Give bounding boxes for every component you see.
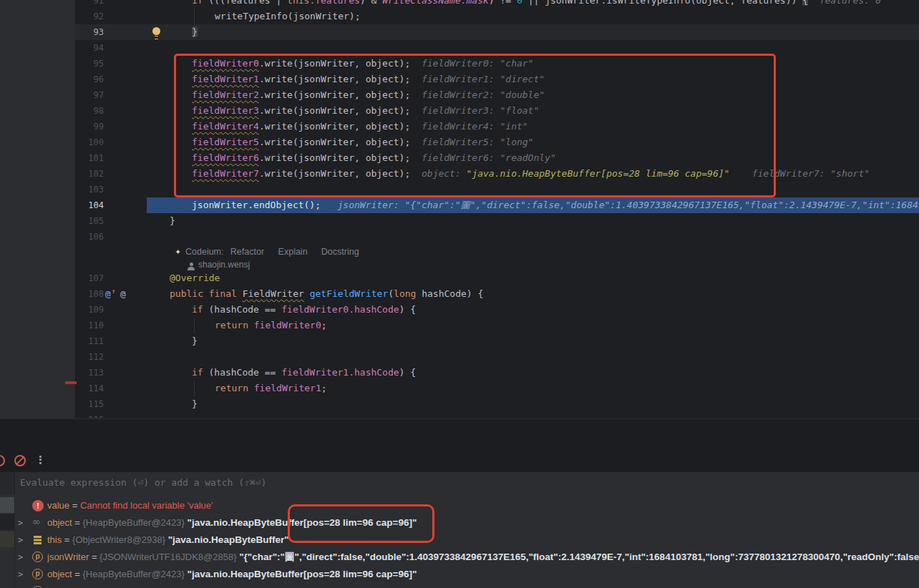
line-number: 110	[75, 318, 104, 333]
code-text: fieldWriter6.write(jsonWriter, object); …	[192, 150, 556, 166]
field-icon	[32, 534, 44, 546]
code-token: }	[170, 215, 175, 226]
line-number: 116	[75, 412, 104, 418]
variable-row-object[interactable]: object = {HeapByteBuffer@2423} "java.nio…	[0, 566, 919, 583]
expand-chevron-icon[interactable]	[18, 549, 23, 566]
line-number: 93	[75, 24, 104, 40]
expand-chevron-icon[interactable]	[18, 583, 23, 588]
evaluate-expression-row	[0, 471, 919, 495]
codeium-action-docstring[interactable]: Docstring	[321, 245, 359, 259]
code-token: writeTypeInfo(jsonWriter);	[215, 11, 361, 21]
variable-row-value[interactable]: value = Cannot find local variable 'valu…	[0, 497, 919, 514]
code-token: .features	[309, 0, 359, 6]
annotation-dash	[65, 381, 77, 384]
expand-chevron-icon[interactable]	[18, 531, 23, 549]
code-token: .write(jsonWriter, object);	[259, 105, 410, 116]
variable-name: object	[47, 517, 72, 528]
code-editor[interactable]: 91if (((features | this.features) & Writ…	[0, 0, 919, 418]
code-text: fieldWriter3.write(jsonWriter, object); …	[192, 103, 539, 119]
line-number: 100	[75, 134, 104, 150]
code-token: fieldWriter4	[192, 121, 259, 132]
variable-value: "java.nio.HeapByteBuffer[pos=28 lim=96 c…	[187, 517, 417, 528]
line-number: 91	[75, 0, 104, 9]
code-text: if (hashCode == fieldWriter0.hashCode) {	[192, 302, 416, 318]
param-icon	[32, 552, 43, 562]
inline-debugger-hint: fieldWriter1: "direct"	[410, 74, 545, 84]
variable-ref: {HeapByteBuffer@2423}	[83, 517, 188, 528]
line-number: 111	[75, 333, 104, 349]
variables-tree: value = Cannot find local variable 'valu…	[0, 494, 919, 588]
code-token: .write(jsonWriter, object);	[259, 137, 410, 147]
line-number: 101	[75, 150, 104, 166]
code-text: }	[192, 396, 198, 412]
code-line-96: 96fieldWriter1.write(jsonWriter, object)…	[75, 72, 919, 87]
code-line-99: 99fieldWriter4.write(jsonWriter, object)…	[75, 119, 919, 134]
line-number: 103	[75, 182, 104, 197]
code-text: fieldWriter5.write(jsonWriter, object); …	[192, 134, 533, 150]
code-line-92: 92writeTypeInfo(jsonWriter);	[75, 9, 919, 24]
line-number: 106	[75, 229, 104, 245]
ide-window: { "editor": { "start_y": -10, "codeium":…	[0, 0, 919, 588]
line-number: 99	[75, 119, 104, 134]
variable-value: "java.nio.HeapByteBuffer[pos=28 lim=96 c…	[187, 569, 417, 579]
code-text: }	[170, 213, 175, 229]
code-token: fieldWriter2	[192, 89, 259, 100]
codeium-action-refactor[interactable]: Refactor	[230, 245, 264, 259]
intention-bulb-icon[interactable]	[152, 27, 162, 38]
code-line-106: 106	[75, 229, 919, 245]
more-options-icon[interactable]	[35, 454, 46, 466]
equals-sign: =	[89, 552, 99, 562]
variable-name: object	[47, 569, 72, 579]
code-token: ) !=	[489, 0, 517, 6]
line-number: 112	[75, 349, 104, 365]
code-text: writeTypeInfo(jsonWriter);	[215, 9, 361, 24]
variable-row-this[interactable]: this = {ObjectWriter8@2938} "java.nio.He…	[0, 531, 919, 549]
code-token: .write(jsonWriter, object);	[259, 168, 410, 179]
line-number: 95	[75, 56, 104, 72]
evaluate-expression-input[interactable]	[16, 472, 915, 493]
inline-debugger-hint: jsonWriter: "{"char":"圖","direct":false,…	[321, 200, 919, 210]
breakpoint-icon[interactable]	[0, 455, 5, 466]
code-text: if (((features | this.features) & WriteC…	[192, 0, 881, 9]
code-token: long	[394, 288, 416, 299]
code-token: }	[192, 398, 198, 409]
author-lens-row: shaojin.wensj	[75, 259, 919, 270]
line-number: 108	[75, 286, 104, 302]
line-number: 114	[75, 381, 104, 396]
expand-chevron-icon[interactable]	[18, 566, 23, 583]
variable-name: jsonWriter	[47, 552, 89, 562]
codeium-action-explain[interactable]: Explain	[278, 245, 308, 259]
inline-debugger-hint: fieldWriter0: "char"	[410, 58, 533, 69]
code-token: (hashCode ==	[208, 304, 281, 315]
mute-breakpoints-icon[interactable]	[14, 455, 26, 466]
overriding-method-icon[interactable]	[105, 286, 111, 302]
code-token: .write(jsonWriter, object);	[259, 121, 410, 132]
indent-guide	[194, 381, 195, 396]
author-name[interactable]: shaojin.wensj	[198, 259, 250, 270]
line-number: 113	[75, 365, 104, 381]
code-line-116: 116	[75, 412, 919, 418]
code-line-114: 114return fieldWriter1;	[75, 381, 919, 396]
variable-row-jsonWriter[interactable]: jsonWriter = {JSONWriterUTF16JDK8@2858} …	[0, 549, 919, 566]
code-token: fieldWriter1	[254, 383, 321, 393]
code-token: WriteClassName.mask	[382, 0, 489, 6]
code-token: this	[287, 0, 309, 6]
code-token: if	[192, 0, 208, 6]
code-token	[304, 288, 310, 299]
code-token: }	[192, 26, 198, 37]
code-token: ) &	[360, 0, 382, 6]
code-token: return	[215, 320, 254, 330]
variable-ref: {JSONWriterUTF16JDK8@2858}	[99, 552, 239, 562]
line-number: 96	[75, 72, 104, 87]
expand-chevron-icon[interactable]	[18, 514, 23, 531]
variable-row-object[interactable]: object = {HeapByteBuffer@2423} "java.nio…	[0, 514, 919, 531]
variable-row-fieldWriter[interactable]: fieldWriter	[0, 583, 919, 588]
variable-text: object = {HeapByteBuffer@2423} "java.nio…	[47, 514, 919, 531]
code-line-91: 91if (((features | this.features) & Writ…	[75, 0, 919, 9]
code-token: (	[388, 288, 394, 299]
debug-panel: value = Cannot find local variable 'valu…	[0, 418, 919, 588]
evaluate-row-rail	[0, 472, 15, 494]
variable-text: this = {ObjectWriter8@2938} "java.nio.He…	[47, 531, 919, 549]
annotation-gutter-icon[interactable]	[120, 286, 126, 302]
equals-sign: =	[69, 500, 80, 511]
